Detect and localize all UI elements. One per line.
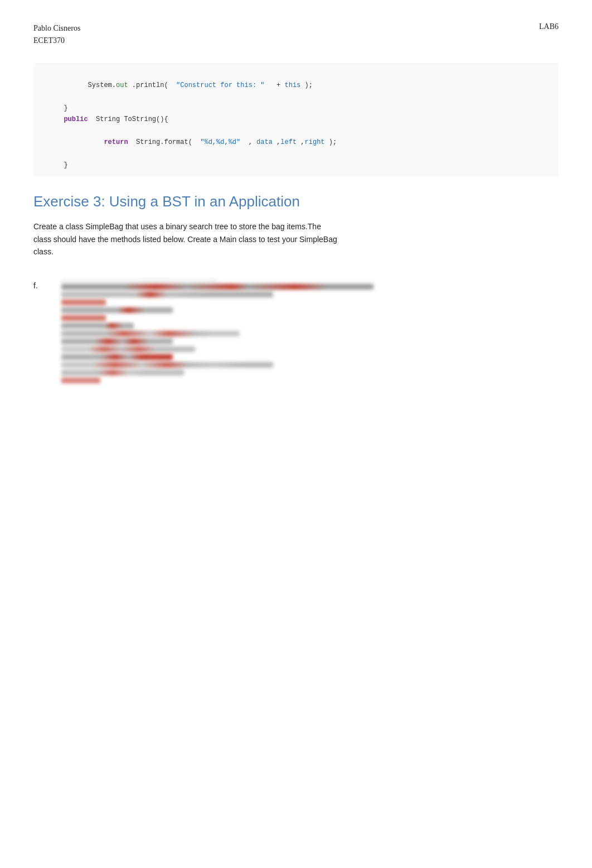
code-left: left bbox=[280, 138, 297, 146]
list-item-f: f. bbox=[33, 280, 559, 385]
code-line-4: return String.format( "%d,%d,%d" , data … bbox=[56, 126, 547, 160]
code-out: out bbox=[116, 81, 128, 89]
exercise-list: f. bbox=[33, 280, 559, 385]
code-end2: ); bbox=[325, 138, 337, 146]
code-plus: + bbox=[264, 81, 284, 89]
blur-line-1 bbox=[61, 284, 373, 290]
blur-line-9 bbox=[61, 346, 195, 352]
blur-line-12 bbox=[61, 370, 184, 375]
code-data: data bbox=[253, 138, 273, 146]
separator bbox=[61, 280, 217, 281]
code-public: public bbox=[56, 115, 88, 123]
exercise3-body: Create a class SimpleBag that uses a bin… bbox=[33, 220, 559, 258]
code-format-str: "%d,%d,%d" bbox=[192, 138, 240, 146]
code-comma3: , bbox=[297, 138, 304, 146]
code-line-3: public String ToString(){ bbox=[56, 114, 547, 125]
code-format: String.format( bbox=[128, 138, 192, 146]
code-system: System. bbox=[72, 81, 116, 89]
code-line-5: } bbox=[56, 160, 547, 171]
blur-line-2 bbox=[61, 292, 273, 297]
blur-line-8 bbox=[61, 339, 173, 344]
code-return: return bbox=[72, 138, 128, 146]
exercise3-title: Exercise 3: Using a BST in an Applicatio… bbox=[33, 193, 559, 210]
blur-line-5 bbox=[61, 315, 106, 321]
blurred-code bbox=[61, 280, 559, 385]
code-println: .println( bbox=[128, 81, 168, 89]
blur-line-11 bbox=[61, 362, 273, 368]
page-header: Pablo Cisneros ECET370 LAB6 bbox=[33, 22, 559, 47]
blur-line-3 bbox=[61, 300, 106, 305]
blur-line-7 bbox=[61, 331, 240, 336]
author-name: Pablo Cisneros bbox=[33, 22, 80, 35]
course-name: ECET370 bbox=[33, 35, 80, 47]
blur-line-4 bbox=[61, 307, 173, 313]
code-toString-sig: String ToString(){ bbox=[88, 115, 168, 123]
code-comma1: , bbox=[240, 138, 253, 146]
author-info: Pablo Cisneros ECET370 bbox=[33, 22, 80, 47]
blur-line-13 bbox=[61, 378, 100, 383]
code-right: right bbox=[305, 138, 325, 146]
code-line-1: System.out .println( "Construct for this… bbox=[56, 69, 547, 103]
code-line-2: } bbox=[56, 103, 547, 114]
code-end1: ); bbox=[300, 81, 313, 89]
blur-line-6 bbox=[61, 323, 134, 329]
code-this: this bbox=[285, 81, 301, 89]
list-f-label: f. bbox=[33, 280, 61, 385]
code-str1: "Construct for this: " bbox=[168, 81, 265, 89]
blur-line-10 bbox=[61, 354, 173, 360]
code-comma2: , bbox=[273, 138, 280, 146]
code-block: System.out .println( "Construct for this… bbox=[33, 63, 559, 177]
lab-label: LAB6 bbox=[539, 22, 559, 31]
